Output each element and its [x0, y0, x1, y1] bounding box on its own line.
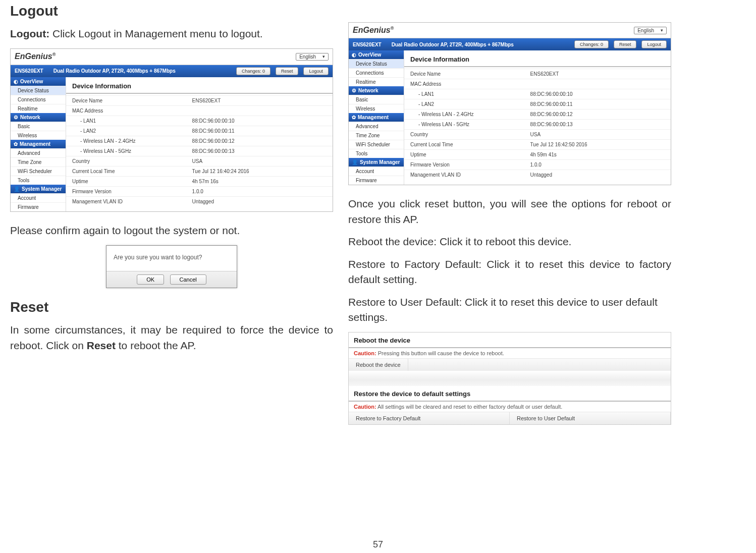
sidebar-item-advanced[interactable]: Advanced [11, 148, 66, 157]
sidebar-item-timezone[interactable]: Time Zone [349, 131, 404, 140]
ok-button[interactable]: OK [137, 274, 164, 285]
table-row: Uptime4h 57m 16s [66, 176, 333, 186]
sidebar-item-wireless[interactable]: Wireless [349, 104, 404, 113]
dot-icon: ◐ [352, 52, 356, 58]
info-value: 88:DC:96:00:00:11 [186, 126, 333, 136]
sidebar-head-overview[interactable]: ◐OverView [11, 77, 66, 86]
router-header-bar: ENS620EXT Dual Radio Outdoor AP, 2T2R, 4… [11, 65, 333, 77]
sidebar-item-connections[interactable]: Connections [11, 95, 66, 104]
logout-intro-bold: Logout: [10, 28, 49, 39]
sidebar-item-firmware[interactable]: Firmware [349, 176, 404, 185]
table-row: Firmware Version1.0.0 [404, 160, 671, 170]
table-row: - LAN188:DC:96:00:00:10 [404, 89, 671, 99]
info-key: Current Local Time [404, 140, 524, 150]
sidebar-item-wireless[interactable]: Wireless [11, 131, 66, 140]
info-key: Device Name [404, 69, 524, 79]
share-icon: ⚙ [14, 115, 18, 120]
info-value: 88:DC:96:00:00:13 [186, 146, 333, 156]
sidebar-item-tools[interactable]: Tools [11, 176, 66, 185]
info-key: - Wireless LAN - 2.4GHz [66, 136, 186, 146]
sidebar-item-advanced[interactable]: Advanced [349, 122, 404, 131]
restore-caution: Caution: All settings will be cleared an… [349, 402, 671, 412]
sidebar-item-basic[interactable]: Basic [349, 95, 404, 104]
sidebar-head-network[interactable]: ⚙Network [349, 86, 404, 95]
sidebar: ◐OverView Device Status Connections Real… [11, 77, 66, 211]
router-screenshot-2: EnGenius® English ENS620EXT Dual Radio O… [348, 22, 671, 185]
gear-icon: ✿ [352, 115, 356, 120]
sidebar: ◐OverView Device Status Connections Real… [349, 50, 404, 185]
language-select[interactable]: English [296, 53, 329, 61]
table-row: - LAN288:DC:96:00:00:11 [66, 126, 333, 136]
content-panel: Device Information Device NameENS620EXTM… [404, 50, 671, 185]
caution-label: Caution: [354, 404, 376, 410]
restore-factory-button[interactable]: Restore to Factory Default [349, 412, 510, 424]
caution-text-1: Pressing this button will cause the devi… [376, 350, 504, 356]
sidebar-head-network[interactable]: ⚙Network [11, 113, 66, 122]
restore-heading: Restore the device to default settings [349, 386, 671, 402]
sidebar-item-basic[interactable]: Basic [11, 122, 66, 131]
content-panel: Device Information Device NameENS620EXTM… [66, 77, 333, 211]
reset-button[interactable]: Reset [276, 67, 299, 75]
table-row: Device NameENS620EXT [404, 69, 671, 79]
info-value: Tue Jul 12 16:40:24 2016 [186, 166, 333, 176]
logout-button[interactable]: Logout [641, 40, 667, 48]
person-icon: 👤 [14, 186, 20, 192]
table-row: CountryUSA [66, 156, 333, 166]
table-row: - Wireless LAN - 2.4GHz88:DC:96:00:00:12 [66, 136, 333, 146]
info-key: Uptime [404, 150, 524, 160]
sidebar-item-device-status[interactable]: Device Status [11, 86, 66, 95]
reset-para-bold: Reset [87, 340, 116, 351]
restore-user-button[interactable]: Restore to User Default [510, 412, 671, 424]
sidebar-item-firmware[interactable]: Firmware [11, 202, 66, 211]
info-key: - Wireless LAN - 2.4GHz [404, 109, 524, 120]
info-key: Current Local Time [66, 166, 186, 176]
reset-para-b: to reboot the AP. [116, 340, 196, 351]
sidebar-item-account[interactable]: Account [11, 193, 66, 202]
reset-button[interactable]: Reset [614, 40, 637, 48]
router-header-bar: ENS620EXT Dual Radio Outdoor AP, 2T2R, 4… [349, 38, 671, 50]
sidebar-item-timezone[interactable]: Time Zone [11, 157, 66, 167]
sidebar-head-system-manager[interactable]: 👤System Manager [349, 158, 404, 167]
left-column: Logout Logout: Click Logout in Managemen… [10, 0, 333, 425]
logout-confirm-dialog: Are you sure you want to logout? OK Canc… [106, 245, 237, 288]
content-title: Device Information [66, 77, 333, 94]
model-label: ENS620EXT [15, 68, 48, 74]
info-value: 88:DC:96:00:00:13 [524, 120, 671, 130]
info-key: Country [404, 130, 524, 140]
info-key: Firmware Version [66, 186, 186, 196]
table-row: Current Local TimeTue Jul 12 16:40:24 20… [66, 166, 333, 176]
sidebar-item-tools[interactable]: Tools [349, 149, 404, 158]
sidebar-head-management[interactable]: ✿Management [11, 140, 66, 148]
sidebar-head-management[interactable]: ✿Management [349, 113, 404, 122]
info-value: Untagged [186, 196, 333, 206]
right-column: EnGenius® English ENS620EXT Dual Radio O… [348, 0, 671, 425]
logout-intro: Logout: Click Logout in Management menu … [10, 26, 333, 41]
language-select[interactable]: English [634, 27, 667, 34]
sidebar-item-wifi-scheduler[interactable]: WiFi Scheduler [349, 140, 404, 149]
confirm-text: Please confirm again to logout the syste… [10, 223, 333, 238]
sidebar-item-account[interactable]: Account [349, 167, 404, 176]
reboot-caution: Caution: Pressing this button will cause… [349, 348, 671, 359]
cancel-button[interactable]: Cancel [170, 274, 206, 285]
info-key: Uptime [66, 176, 186, 186]
info-value: 1.0.0 [186, 186, 333, 196]
table-row: Management VLAN IDUntagged [404, 170, 671, 180]
sidebar-item-realtime[interactable]: Realtime [349, 77, 404, 86]
sidebar-item-connections[interactable]: Connections [349, 68, 404, 77]
changes-button[interactable]: Changes: 0 [236, 67, 271, 75]
model-desc: Dual Radio Outdoor AP, 2T2R, 400Mbps + 8… [53, 68, 231, 74]
sidebar-item-device-status[interactable]: Device Status [349, 59, 404, 68]
sidebar-head-system-manager[interactable]: 👤System Manager [11, 185, 66, 193]
info-key: MAC Address [404, 79, 524, 89]
info-value: ENS620EXT [524, 69, 671, 79]
changes-button[interactable]: Changes: 0 [574, 40, 609, 48]
reboot-device-button[interactable]: Reboot the device [349, 359, 408, 371]
sidebar-head-overview[interactable]: ◐OverView [349, 50, 404, 59]
router-screenshot-1: EnGenius® English ENS620EXT Dual Radio O… [10, 48, 333, 211]
router-topbar: EnGenius® English [11, 49, 333, 65]
sidebar-item-realtime[interactable]: Realtime [11, 104, 66, 113]
logout-button[interactable]: Logout [303, 67, 329, 75]
model-desc: Dual Radio Outdoor AP, 2T2R, 400Mbps + 8… [392, 42, 569, 47]
info-value: 88:DC:96:00:00:11 [524, 99, 671, 109]
sidebar-item-wifi-scheduler[interactable]: WiFi Scheduler [11, 167, 66, 176]
